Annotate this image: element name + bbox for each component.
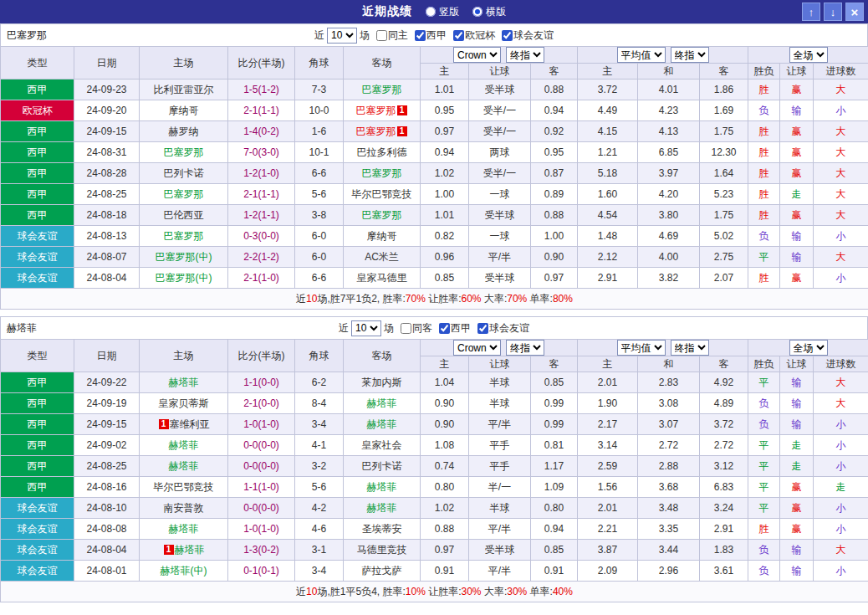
checkbox-input[interactable] <box>502 30 513 41</box>
corner-score: 6-6 <box>295 163 344 184</box>
team-name-text: 毕尔巴鄂竞技 <box>154 481 214 493</box>
same-home-checkbox[interactable]: 同主 <box>376 28 408 43</box>
result-goals: 大 <box>814 121 868 142</box>
league-friendly-checkbox[interactable]: 球会友谊 <box>477 321 529 336</box>
match-date: 24-09-02 <box>74 435 140 456</box>
same-away-checkbox[interactable]: 同客 <box>401 321 432 336</box>
column-header: 和 <box>638 64 700 79</box>
table-row: 球会友谊24-08-041赫塔菲1-3(0-2)3-1马德里竞技0.97受半球0… <box>1 540 868 561</box>
result-outcome: 负 <box>748 393 780 414</box>
average-stage-select[interactable]: 终指 <box>671 47 709 63</box>
league-laliga-checkbox[interactable]: 西甲 <box>415 28 447 43</box>
corner-score: 1-6 <box>295 121 344 142</box>
column-header: 让球 <box>780 64 814 79</box>
away-team: 萨拉戈萨 <box>344 561 421 582</box>
average-select[interactable]: 平均值 <box>617 340 666 356</box>
corner-score: 6-6 <box>295 268 344 289</box>
bookmaker-stage-select[interactable]: 终指 <box>506 340 544 356</box>
result-outcome: 平 <box>748 456 780 477</box>
euro-home-odds: 3.87 <box>578 540 638 561</box>
asia-away-odds: 0.99 <box>531 414 578 435</box>
result-outcome: 胜 <box>748 184 780 205</box>
table-row: 西甲24-09-19皇家贝蒂斯2-1(0-0)8-4赫塔菲0.90半球0.991… <box>1 393 868 414</box>
result-outcome: 胜 <box>748 142 780 163</box>
match-date: 24-08-16 <box>74 477 140 498</box>
corner-score: 5-6 <box>295 184 344 205</box>
checkbox-label: 西甲 <box>426 28 447 43</box>
summary-part: 大率: <box>482 586 508 597</box>
asia-away-odds: 0.89 <box>531 184 578 205</box>
summary-part: 近 <box>296 586 306 597</box>
result-handicap: 输 <box>780 414 814 435</box>
checkbox-input[interactable] <box>376 30 387 41</box>
result-handicap: 走 <box>780 435 814 456</box>
layout-vertical-radio[interactable]: 竖版 <box>426 5 459 19</box>
team-name-text: 赫塔菲 <box>367 397 397 409</box>
result-goals: 大 <box>814 205 868 226</box>
match-date: 24-08-04 <box>74 268 140 289</box>
asia-home-odds: 0.96 <box>421 247 469 268</box>
bookmaker-stage-select[interactable]: 终指 <box>506 47 544 63</box>
table-row: 西甲24-08-31巴塞罗那7-0(3-0)10-1巴拉多利德0.94两球0.9… <box>1 142 868 163</box>
scroll-down-button[interactable]: ↓ <box>824 3 842 21</box>
league-ucl-checkbox[interactable]: 欧冠杯 <box>453 28 495 43</box>
checkbox-input[interactable] <box>453 30 464 41</box>
asia-home-odds: 0.74 <box>421 456 469 477</box>
checkbox-input[interactable] <box>401 323 411 334</box>
average-select[interactable]: 平均值 <box>617 47 666 63</box>
checkbox-input[interactable] <box>477 323 488 334</box>
euro-away-odds: 2.75 <box>700 247 748 268</box>
layout-horizontal-radio[interactable]: 横版 <box>472 5 506 19</box>
scope-select[interactable]: 全场 <box>789 340 828 356</box>
result-goals: 大 <box>814 184 868 205</box>
scroll-up-button[interactable]: ↑ <box>802 3 820 21</box>
scope-select[interactable]: 全场 <box>789 47 828 63</box>
table-row: 欧冠杯24-09-20摩纳哥2-1(1-1)10-0巴塞罗那10.95受半/一0… <box>1 100 868 121</box>
asia-home-odds: 1.00 <box>421 184 469 205</box>
match-score: 0-0(0-0) <box>228 456 295 477</box>
close-button[interactable]: × <box>845 3 864 21</box>
corner-score: 6-0 <box>295 226 344 247</box>
summary-part: 10 <box>306 293 317 305</box>
checkbox-label: 同客 <box>412 321 432 336</box>
euro-away-odds: 2.72 <box>700 435 748 456</box>
bookmaker-select[interactable]: Crown <box>453 47 501 63</box>
match-date: 24-08-01 <box>74 561 140 582</box>
checkbox-input[interactable] <box>415 30 426 41</box>
euro-home-odds: 1.21 <box>578 142 638 163</box>
league-laliga-checkbox[interactable]: 西甲 <box>439 321 471 336</box>
checkbox-input[interactable] <box>439 323 450 334</box>
euro-away-odds: 1.75 <box>700 205 748 226</box>
asia-home-odds: 0.90 <box>421 414 469 435</box>
asia-home-odds: 0.88 <box>421 519 469 540</box>
match-score: 2-1(1-0) <box>228 268 295 289</box>
league-friendly-checkbox[interactable]: 球会友谊 <box>502 28 554 43</box>
summary-part: 10 <box>306 586 317 597</box>
away-team: 巴拉多利德 <box>344 142 421 163</box>
result-goals: 小 <box>814 519 868 540</box>
team-name-text: 赫塔菲 <box>169 460 199 472</box>
league-badge: 球会友谊 <box>1 540 74 561</box>
checkbox-label: 同主 <box>388 28 408 43</box>
average-stage-select[interactable]: 终指 <box>671 340 709 356</box>
league-badge: 西甲 <box>1 414 74 435</box>
euro-draw-odds: 3.97 <box>638 163 700 184</box>
bookmaker-select[interactable]: Crown <box>453 340 501 356</box>
home-team: 皇家贝蒂斯 <box>140 393 228 414</box>
home-team: 赫塔菲 <box>140 372 228 393</box>
column-header: 和 <box>638 356 700 372</box>
corner-score: 3-1 <box>295 540 344 561</box>
result-handicap: 赢 <box>780 477 814 498</box>
summary-part: 场,胜1平5负4, 胜率: <box>317 586 405 597</box>
away-team: 巴列卡诺 <box>344 456 421 477</box>
match-count-select[interactable]: 10 <box>327 28 357 44</box>
result-goals: 小 <box>814 435 868 456</box>
match-count-select[interactable]: 10 <box>351 320 381 336</box>
asia-handicap: 平/半 <box>469 561 531 582</box>
checkbox-label: 欧冠杯 <box>465 28 495 43</box>
match-date: 24-08-07 <box>74 247 140 268</box>
match-score: 1-3(0-2) <box>228 540 295 561</box>
result-goals: 大 <box>814 393 868 414</box>
asia-home-odds: 1.08 <box>421 435 469 456</box>
column-header: 角球 <box>295 47 344 79</box>
